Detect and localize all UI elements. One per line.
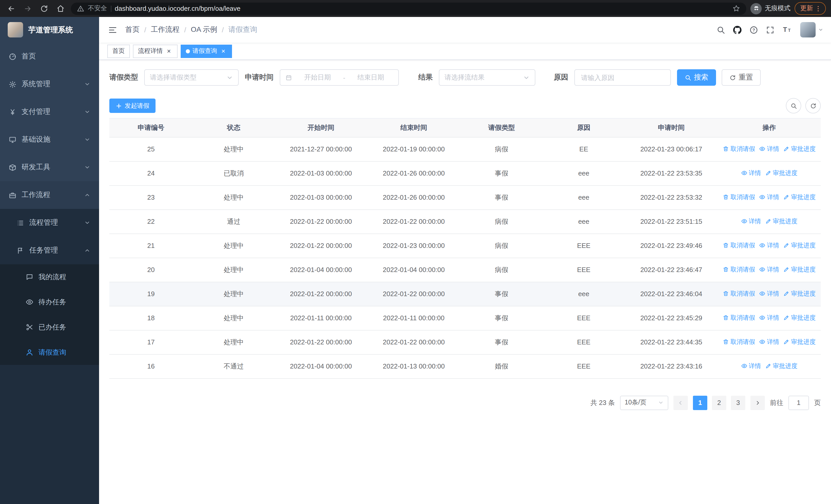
sidebar-item-workflow[interactable]: 工作流程 xyxy=(0,181,99,209)
sidebar-item-done-tasks[interactable]: 已办任务 xyxy=(0,315,99,340)
refresh-table-button[interactable] xyxy=(805,98,821,113)
leave-type-select[interactable]: 请选择请假类型 xyxy=(144,69,239,86)
result-placeholder: 请选择流结果 xyxy=(445,73,523,82)
next-page-button[interactable] xyxy=(750,395,765,410)
table-row[interactable]: 24 已取消 2022-01-03 00:00:00 2022-01-26 00… xyxy=(109,161,821,185)
table-row[interactable]: 21 处理中 2022-01-22 00:00:00 2022-01-23 00… xyxy=(109,234,821,258)
browser-forward-button[interactable] xyxy=(22,2,34,14)
op-progress-link[interactable]: 审批进度 xyxy=(765,169,797,178)
browser-home-button[interactable] xyxy=(54,2,67,14)
table-row[interactable]: 16 不通过 2022-01-04 00:00:00 2022-01-13 00… xyxy=(109,354,821,378)
op-progress-link[interactable]: 审批进度 xyxy=(783,290,815,298)
op-progress-link[interactable]: 审批进度 xyxy=(765,217,797,226)
table-row[interactable]: 18 处理中 2022-01-11 00:00:00 2022-01-11 00… xyxy=(109,306,821,330)
fullscreen-button[interactable] xyxy=(766,25,775,34)
op-detail-link[interactable]: 详情 xyxy=(759,193,779,202)
app-logo[interactable]: 芋道管理系统 xyxy=(0,17,99,42)
cell-reason: eee xyxy=(543,161,625,185)
op-detail-link[interactable]: 详情 xyxy=(741,362,761,370)
sidebar-collapse-button[interactable] xyxy=(107,24,118,35)
table-row[interactable]: 22 通过 2022-01-22 00:00:00 2022-01-22 00:… xyxy=(109,209,821,234)
prev-page-button[interactable] xyxy=(674,395,688,410)
user-menu[interactable] xyxy=(800,22,823,37)
cell-status: 处理中 xyxy=(193,330,275,354)
breadcrumb-item[interactable]: OA 示例 xyxy=(191,25,218,34)
op-cancel-link[interactable]: 取消请假 xyxy=(723,241,755,250)
op-cancel-link[interactable]: 取消请假 xyxy=(723,338,755,347)
op-progress-link[interactable]: 审批进度 xyxy=(783,193,815,202)
op-detail-link[interactable]: 详情 xyxy=(741,217,761,226)
font-size-button[interactable] xyxy=(782,25,793,35)
apply-time-range-picker[interactable]: 开始日期 - 结束日期 xyxy=(280,69,399,86)
page-button-1[interactable]: 1 xyxy=(693,395,707,410)
op-cancel-link[interactable]: 取消请假 xyxy=(723,290,755,298)
sidebar-item-home[interactable]: 首页 xyxy=(0,42,99,70)
table-row[interactable]: 17 处理中 2022-01-22 00:00:00 2022-01-22 00… xyxy=(109,330,821,354)
tab-process-detail[interactable]: 流程详情 × xyxy=(133,45,178,58)
sidebar-item-payment[interactable]: 支付管理 xyxy=(0,98,99,126)
reset-button[interactable]: 重置 xyxy=(722,69,761,86)
op-progress-link[interactable]: 审批进度 xyxy=(783,338,815,347)
sidebar-item-task-management[interactable]: 任务管理 xyxy=(0,237,99,264)
table-row[interactable]: 19 处理中 2022-01-22 00:00:00 2022-01-22 00… xyxy=(109,282,821,306)
op-cancel-link[interactable]: 取消请假 xyxy=(723,145,755,153)
op-cancel-link[interactable]: 取消请假 xyxy=(723,193,755,202)
sidebar-item-todo-tasks[interactable]: 待办任务 xyxy=(0,290,99,315)
create-leave-button[interactable]: 发起请假 xyxy=(109,98,155,113)
cell-start-time: 2022-01-03 00:00:00 xyxy=(275,161,367,185)
page-button-3[interactable]: 3 xyxy=(731,395,745,410)
op-progress-link[interactable]: 审批进度 xyxy=(783,241,815,250)
browser-back-button[interactable] xyxy=(5,2,18,14)
op-detail-link[interactable]: 详情 xyxy=(759,314,779,322)
breadcrumb-separator: / xyxy=(144,26,146,34)
op-cancel-link[interactable]: 取消请假 xyxy=(723,265,755,274)
sidebar-item-system[interactable]: 系统管理 xyxy=(0,70,99,98)
help-button[interactable] xyxy=(749,25,758,34)
op-progress-link[interactable]: 审批进度 xyxy=(783,314,815,322)
op-progress-link[interactable]: 审批进度 xyxy=(783,145,815,153)
table-row[interactable]: 20 处理中 2022-01-04 00:00:00 2022-01-04 00… xyxy=(109,258,821,282)
tab-close-icon[interactable]: × xyxy=(220,48,227,55)
table-row[interactable]: 23 处理中 2022-01-03 00:00:00 2022-01-26 00… xyxy=(109,185,821,209)
cell-end-time: 2022-01-11 00:00:00 xyxy=(367,306,460,330)
sidebar-item-infrastructure[interactable]: 基础设施 xyxy=(0,126,99,153)
toggle-search-button[interactable] xyxy=(786,98,801,113)
sidebar-item-label: 任务管理 xyxy=(29,246,79,255)
breadcrumb-item[interactable]: 工作流程 xyxy=(151,25,180,34)
browser-update-button[interactable]: 更新 xyxy=(795,2,826,15)
tab-leave-query[interactable]: 请假查询 × xyxy=(181,45,232,58)
op-detail-link[interactable]: 详情 xyxy=(759,265,779,274)
app-title: 芋道管理系统 xyxy=(28,25,73,35)
table-row[interactable]: 25 处理中 2021-12-27 00:00:00 2022-01-19 00… xyxy=(109,137,821,161)
cell-reason: eee xyxy=(543,185,625,209)
github-link-button[interactable] xyxy=(733,25,742,34)
chevron-down-icon xyxy=(84,109,90,115)
search-button[interactable]: 搜索 xyxy=(677,69,716,86)
tab-home[interactable]: 首页 xyxy=(107,45,130,58)
address-bar[interactable]: 不安全 dashboard.yudao.iocoder.cn/bpm/oa/le… xyxy=(71,2,746,14)
browser-reload-button[interactable] xyxy=(38,2,50,14)
op-detail-link[interactable]: 详情 xyxy=(759,338,779,347)
tab-close-icon[interactable]: × xyxy=(165,48,172,55)
op-progress-link[interactable]: 审批进度 xyxy=(765,362,797,370)
goto-page-input[interactable] xyxy=(789,395,809,410)
bookmark-star-icon[interactable] xyxy=(733,5,740,12)
op-detail-link[interactable]: 详情 xyxy=(759,145,779,153)
op-detail-link[interactable]: 详情 xyxy=(759,290,779,298)
result-select[interactable]: 请选择流结果 xyxy=(439,69,535,86)
reason-input[interactable] xyxy=(574,69,671,86)
op-progress-link[interactable]: 审批进度 xyxy=(783,265,815,274)
sidebar-item-process-management[interactable]: 流程管理 xyxy=(0,209,99,237)
header-search-button[interactable] xyxy=(717,25,725,34)
op-cancel-link[interactable]: 取消请假 xyxy=(723,314,755,322)
font-size-icon xyxy=(782,25,793,35)
op-detail-link[interactable]: 详情 xyxy=(759,241,779,250)
page-button-2[interactable]: 2 xyxy=(712,395,726,410)
sidebar-item-devtools[interactable]: 研发工具 xyxy=(0,153,99,181)
sidebar-item-leave-query[interactable]: 请假查询 xyxy=(0,340,99,365)
breadcrumb-item[interactable]: 首页 xyxy=(125,25,140,34)
cell-end-time: 2022-01-22 00:00:00 xyxy=(367,282,460,306)
page-size-select[interactable]: 10条/页 xyxy=(620,395,668,410)
sidebar-item-my-process[interactable]: 我的流程 xyxy=(0,264,99,290)
op-detail-link[interactable]: 详情 xyxy=(741,169,761,178)
